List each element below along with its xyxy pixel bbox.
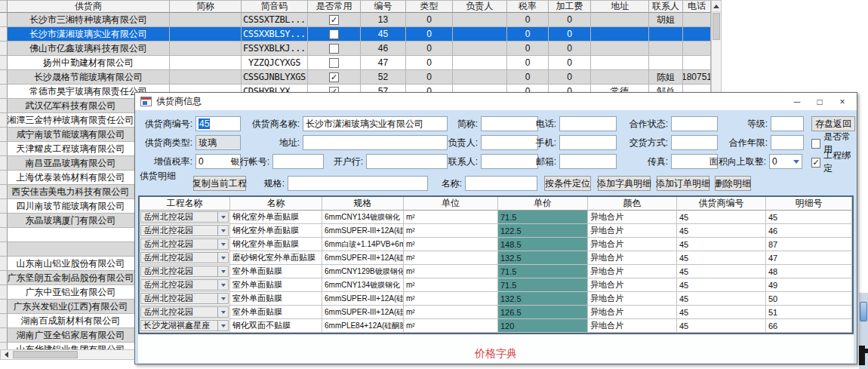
column-header-id[interactable]: 编号	[361, 0, 406, 13]
scroll-up-arrow-icon[interactable]	[712, 1, 721, 12]
coop-years-input[interactable]	[771, 135, 804, 150]
row-header[interactable]	[0, 13, 8, 27]
copy-current-project-button[interactable]: 复制当前工程	[193, 176, 246, 191]
background-blue-button[interactable]	[860, 302, 867, 321]
column-header-phone[interactable]: 电话	[683, 0, 711, 13]
detail-column-header[interactable]: 明细号	[766, 197, 852, 211]
bank-input[interactable]	[366, 154, 448, 169]
horizontal-scrollbar-thumb[interactable]	[13, 351, 78, 358]
row-header[interactable]	[0, 56, 8, 70]
project-combobox[interactable]: 岳州北控花园	[140, 211, 229, 223]
detail-column-header[interactable]: 单价	[498, 197, 588, 211]
project-combobox[interactable]: 岳州北控花园	[140, 225, 229, 236]
row-header[interactable]	[0, 257, 8, 271]
row-header[interactable]	[0, 185, 8, 199]
project-combobox[interactable]: 岳州北控花园	[140, 252, 229, 263]
row-header[interactable]	[0, 142, 8, 156]
supplier-id-input[interactable]: 45	[195, 116, 241, 131]
column-header-pinyin[interactable]: 简音码	[242, 0, 308, 13]
row-header[interactable]	[0, 99, 8, 113]
column-header-abbr[interactable]: 简称	[170, 0, 242, 13]
common-checkbox[interactable]	[329, 15, 339, 25]
row-header[interactable]	[0, 156, 8, 171]
vertical-scrollbar-thumb[interactable]	[713, 13, 720, 40]
column-header-type[interactable]: 类型	[406, 0, 453, 13]
row-header[interactable]	[0, 171, 8, 185]
project-bind-checkbox[interactable]	[811, 158, 820, 168]
name-filter-input[interactable]	[465, 176, 537, 191]
project-combobox[interactable]: 岳州北控花园	[140, 266, 229, 277]
chevron-down-icon[interactable]	[791, 155, 802, 168]
project-combobox[interactable]: 岳州北控花园	[140, 279, 229, 291]
minimize-icon[interactable]: ─	[786, 93, 808, 110]
project-combobox[interactable]: 岳州北控花园	[140, 293, 229, 304]
row-header[interactable]	[0, 271, 8, 285]
project-bind-checkbox-row[interactable]: 工程绑定	[811, 156, 857, 168]
detail-column-header[interactable]: 工程名称	[140, 197, 230, 211]
detail-row[interactable]: 岳州北控花园室外单面贴膜6mmSUPER-III+12A(硅...m²126.5…	[140, 306, 852, 319]
supplier-row[interactable]: 长沙晟格节能玻璃有限公司CSSGJNBLYXGS52000陈姐180751	[0, 70, 722, 85]
detail-row[interactable]: 岳州北控花园钢化室外单面贴膜6mmSUPER-III+12A(硅...m²122…	[140, 224, 852, 238]
bank-account-input[interactable]	[272, 154, 324, 169]
column-header-supplier[interactable]: 供货商	[8, 0, 170, 13]
scroll-left-arrow-icon[interactable]	[1, 350, 12, 359]
column-header-contact[interactable]: 联系人	[649, 0, 683, 13]
row-header[interactable]	[0, 85, 8, 99]
address-input[interactable]	[303, 135, 448, 150]
row-header[interactable]	[0, 42, 8, 56]
detail-column-header[interactable]: 规格	[322, 197, 404, 211]
row-header[interactable]	[0, 214, 8, 228]
column-header-tax[interactable]: 税率	[507, 0, 549, 13]
area-round-combobox[interactable]: 0	[769, 154, 802, 169]
common-use-checkbox-row[interactable]: 是否常用	[811, 137, 857, 149]
common-checkbox[interactable]	[329, 44, 339, 54]
abbr-input[interactable]	[481, 116, 538, 131]
detail-row[interactable]: 岳州北控花园钢化室外单面贴膜6mm白玻+1.14PVB+6mm...m²148.…	[140, 238, 852, 251]
row-header[interactable]	[0, 300, 8, 314]
supplier-row[interactable]: 佛山市亿鑫玻璃科技有限公司FSSYXBLKJ...46000	[0, 42, 722, 56]
mobile-input[interactable]	[559, 135, 617, 150]
detail-column-header[interactable]: 供货商编号	[677, 197, 766, 211]
supplier-row[interactable]: 长沙市潇湘玻璃实业有限公司CSSXXBLSY...45000	[0, 27, 722, 42]
common-checkbox[interactable]	[329, 29, 339, 39]
supplier-name-input[interactable]	[303, 116, 448, 131]
manager-input[interactable]	[481, 135, 538, 150]
row-header[interactable]	[0, 314, 8, 328]
spec-filter-input[interactable]	[288, 176, 428, 191]
maximize-icon[interactable]: □	[808, 93, 831, 110]
column-header-manager[interactable]: 负责人	[453, 0, 507, 13]
supplier-row[interactable]: 扬州中勤建材有限公司YZZQJCYXGS47000	[0, 56, 722, 70]
phone-input[interactable]	[559, 116, 617, 131]
detail-row[interactable]: 岳州北控花园室外单面贴膜6mmCNY134镀膜钢化m²71.5异地合片4549	[140, 278, 852, 292]
detail-column-header[interactable]: 单位	[404, 197, 498, 211]
save-return-button[interactable]: 存盘返回	[811, 116, 855, 131]
locate-by-condition-button[interactable]: 按条件定位	[544, 176, 591, 191]
detail-row[interactable]: 岳州北控花园室外单面贴膜6mmCNY129B镀膜钢化m²71.5异地合片4548	[140, 265, 852, 278]
row-header[interactable]	[0, 199, 8, 214]
common-checkbox[interactable]	[329, 58, 339, 68]
row-header[interactable]	[0, 27, 8, 42]
column-header-fee[interactable]: 加工费	[549, 0, 591, 13]
detail-column-header[interactable]: 颜色	[588, 197, 677, 211]
row-header[interactable]	[0, 113, 8, 128]
detail-row[interactable]: 岳州北控花园室外单面贴膜6mmSUPER-III+12A(硅...m²132.5…	[140, 292, 852, 306]
detail-row[interactable]: 岳州北控花园磨砂钢化室外单面贴膜6mmSUPER-III+12A(硅...m²1…	[140, 251, 852, 265]
column-header-common[interactable]: 是否常用	[308, 0, 361, 13]
add-dict-detail-button[interactable]: 添加字典明细	[598, 176, 651, 191]
project-combobox[interactable]: 岳州北控花园	[140, 238, 229, 250]
detail-row[interactable]: 长沙龙湖祺鑫星座钢化双面不贴膜6mmPLE84+12A(硅酮胶...m²120异…	[140, 319, 852, 333]
row-header[interactable]	[0, 228, 8, 242]
delete-detail-button[interactable]: 删除明细	[715, 176, 751, 191]
email-input[interactable]	[559, 154, 617, 169]
row-header[interactable]	[0, 285, 8, 300]
add-order-detail-button[interactable]: 添加订单明细	[657, 176, 709, 191]
delivery-input[interactable]	[671, 135, 718, 150]
supplier-type-input[interactable]	[195, 135, 241, 150]
project-combobox[interactable]: 岳州北控花园	[140, 306, 229, 318]
detail-column-header[interactable]: 名称	[230, 197, 322, 211]
detail-row[interactable]: 岳州北控花园钢化室外单面贴膜6mmCNY134镀膜钢化m²71.5异地合片454…	[140, 211, 852, 224]
row-header[interactable]	[0, 242, 8, 257]
close-icon[interactable]: ×	[831, 93, 854, 110]
supplier-row[interactable]: 长沙市三湘特种玻璃有限公司CSSSXTZBL...13000胡姐	[0, 13, 722, 27]
grade-input[interactable]	[771, 116, 804, 131]
